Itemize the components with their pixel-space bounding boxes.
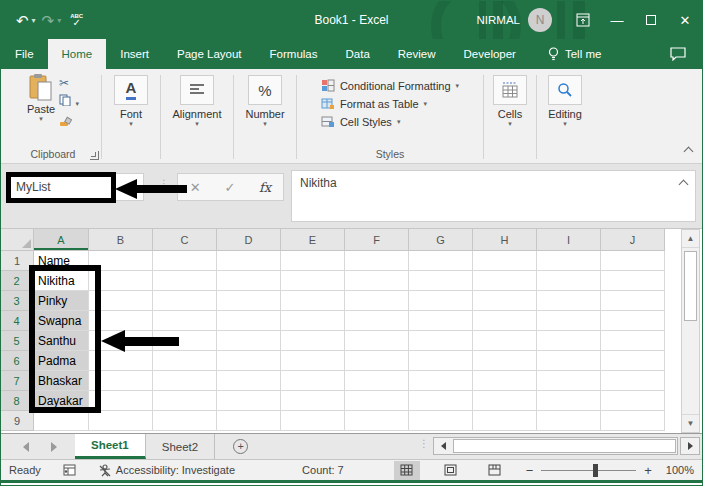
accessibility-status[interactable]: Accessibility: Investigate (98, 464, 235, 477)
zoom-in-icon[interactable]: + (644, 463, 652, 478)
cell-e4[interactable] (281, 311, 345, 331)
cell-j7[interactable] (601, 371, 665, 391)
cell-f2[interactable] (345, 271, 409, 291)
cell-f4[interactable] (345, 311, 409, 331)
cell-h1[interactable] (473, 251, 537, 271)
cell-j5[interactable] (601, 331, 665, 351)
tab-file[interactable]: File (1, 39, 48, 69)
spelling-icon[interactable]: ABC ✓ (70, 13, 83, 28)
page-break-view-button[interactable] (482, 461, 508, 480)
macro-record-icon[interactable] (63, 464, 76, 476)
row-header-9[interactable]: 9 (1, 411, 34, 431)
cell-i3[interactable] (537, 291, 601, 311)
undo-icon[interactable]: ↶ (15, 11, 30, 30)
column-header-c[interactable]: C (153, 229, 217, 251)
sheet-tab-sheet1[interactable]: Sheet1 (75, 434, 146, 459)
zoom-slider-thumb[interactable] (593, 464, 598, 477)
zoom-level[interactable]: 100% (666, 464, 694, 476)
tell-me[interactable]: Tell me (548, 39, 601, 69)
cell-c1[interactable] (153, 251, 217, 271)
cell-j1[interactable] (601, 251, 665, 271)
conditional-formatting-button[interactable]: Conditional Formatting ▾ (321, 79, 459, 92)
cell-h2[interactable] (473, 271, 537, 291)
editing-group-button[interactable]: Editing ▾ (548, 75, 582, 127)
cell-d8[interactable] (217, 391, 281, 411)
cell-i4[interactable] (537, 311, 601, 331)
cancel-icon[interactable]: ✕ (190, 180, 201, 195)
tab-developer[interactable]: Developer (450, 39, 530, 69)
column-header-f[interactable]: F (345, 229, 409, 251)
undo-dropdown-icon[interactable]: ▾ (32, 16, 36, 25)
cell-f3[interactable] (345, 291, 409, 311)
cell-h9[interactable] (473, 411, 537, 431)
cell-d3[interactable] (217, 291, 281, 311)
zoom-slider[interactable] (541, 470, 636, 471)
cell-d9[interactable] (217, 411, 281, 431)
cell-a9[interactable] (34, 411, 89, 431)
cell-d5[interactable] (217, 331, 281, 351)
cell-f8[interactable] (345, 391, 409, 411)
cell-h6[interactable] (473, 351, 537, 371)
cell-e9[interactable] (281, 411, 345, 431)
column-header-j[interactable]: J (601, 229, 665, 251)
cell-c6[interactable] (153, 351, 217, 371)
cell-f5[interactable] (345, 331, 409, 351)
collapse-ribbon-icon[interactable] (685, 141, 692, 159)
clipboard-dialog-launcher-icon[interactable] (90, 151, 99, 160)
insert-function-icon[interactable]: fx (259, 180, 271, 195)
minimize-button[interactable]: — (600, 1, 634, 39)
cell-h7[interactable] (473, 371, 537, 391)
avatar[interactable]: N (528, 8, 552, 32)
cell-i6[interactable] (537, 351, 601, 371)
cell-h8[interactable] (473, 391, 537, 411)
cell-d7[interactable] (217, 371, 281, 391)
cell-d4[interactable] (217, 311, 281, 331)
horizontal-scroll-thumb[interactable] (453, 439, 676, 453)
font-group-button[interactable]: A Font ▾ (114, 75, 148, 127)
format-painter-icon[interactable] (59, 113, 72, 131)
formula-input[interactable]: Nikitha (291, 170, 696, 222)
cell-g9[interactable] (409, 411, 473, 431)
cell-d6[interactable] (217, 351, 281, 371)
cells-group-button[interactable]: Cells ▾ (493, 75, 527, 127)
enter-icon[interactable]: ✓ (224, 180, 235, 195)
horizontal-scrollbar[interactable] (433, 437, 678, 455)
cell-g8[interactable] (409, 391, 473, 411)
tab-formulas[interactable]: Formulas (256, 39, 332, 69)
cell-h5[interactable] (473, 331, 537, 351)
cell-j4[interactable] (601, 311, 665, 331)
zoom-out-icon[interactable]: − (526, 463, 534, 478)
cell-d2[interactable] (217, 271, 281, 291)
cell-c2[interactable] (153, 271, 217, 291)
cell-g7[interactable] (409, 371, 473, 391)
redo-icon[interactable]: ↷ (41, 11, 56, 30)
column-header-i[interactable]: I (537, 229, 601, 251)
cell-c7[interactable] (153, 371, 217, 391)
maximize-button[interactable] (634, 1, 668, 39)
column-header-a[interactable]: A (34, 229, 89, 251)
paste-button[interactable]: Paste ▾ (27, 73, 55, 131)
column-header-b[interactable]: B (89, 229, 153, 251)
cell-f7[interactable] (345, 371, 409, 391)
number-group-button[interactable]: % Number ▾ (245, 75, 284, 127)
tab-insert[interactable]: Insert (106, 39, 163, 69)
sheet-tab-sheet2[interactable]: Sheet2 (146, 434, 215, 459)
cell-e6[interactable] (281, 351, 345, 371)
format-as-table-button[interactable]: Format as Table ▾ (321, 97, 427, 110)
alignment-group-button[interactable]: Alignment ▾ (173, 75, 222, 127)
tab-home[interactable]: Home (48, 39, 107, 69)
select-all-button[interactable] (1, 229, 34, 251)
previous-sheet-icon[interactable] (23, 442, 29, 452)
cell-e1[interactable] (281, 251, 345, 271)
cell-styles-button[interactable]: Cell Styles ▾ (321, 115, 400, 128)
next-sheet-icon[interactable] (51, 442, 57, 452)
cell-f6[interactable] (345, 351, 409, 371)
cell-c3[interactable] (153, 291, 217, 311)
cell-g4[interactable] (409, 311, 473, 331)
scroll-down-icon[interactable]: ▼ (682, 414, 699, 432)
cell-j6[interactable] (601, 351, 665, 371)
cell-e2[interactable] (281, 271, 345, 291)
formula-bar-collapse-icon[interactable] (680, 177, 687, 191)
cell-i9[interactable] (537, 411, 601, 431)
cell-g1[interactable] (409, 251, 473, 271)
